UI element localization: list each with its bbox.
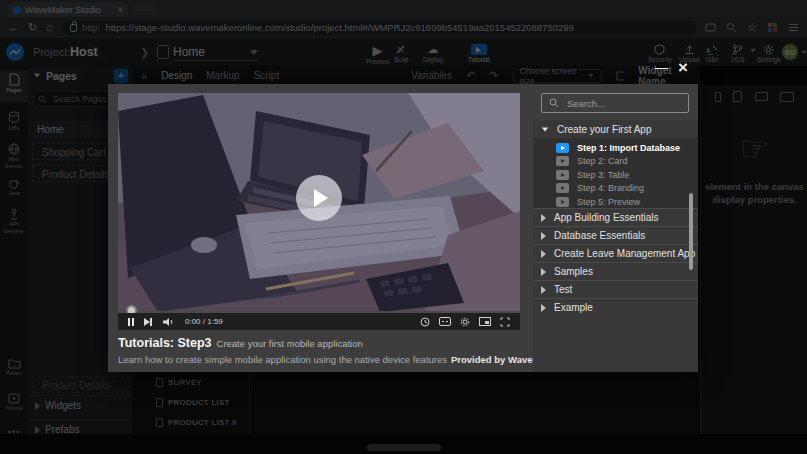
video-step-icon xyxy=(556,183,569,193)
step-label: Step 5: Preview xyxy=(577,197,640,207)
step-import-database[interactable]: Step 1: Import Database xyxy=(533,141,698,155)
video-control-bar: 0:00 / 1:59 xyxy=(118,313,520,330)
tutorial-search-input[interactable] xyxy=(565,97,675,110)
video-player: 0:00 / 1:59 xyxy=(118,93,520,330)
step-table[interactable]: Step 3: Table xyxy=(533,168,698,182)
step-card[interactable]: Step 2: Card xyxy=(533,155,698,169)
fullscreen-icon[interactable] xyxy=(500,317,510,327)
chevron-right-icon xyxy=(541,268,546,276)
video-step-icon xyxy=(556,143,569,153)
section-label: Create your First App xyxy=(557,124,651,135)
video-time: 0:00 / 1:59 xyxy=(185,317,223,326)
step-preview[interactable]: Step 5: Preview xyxy=(533,195,698,209)
captions-icon[interactable] xyxy=(439,317,451,326)
chevron-right-icon xyxy=(541,304,546,312)
miniplayer-icon[interactable] xyxy=(479,317,491,326)
section-label: App Building Essentials xyxy=(554,212,659,223)
video-right-controls xyxy=(420,317,510,327)
next-button[interactable] xyxy=(144,318,152,326)
section-label: Create Leave Management App xyxy=(554,248,695,259)
screen: WaveMaker Studio × ← ↻ ⌂ http: https://s… xyxy=(0,0,807,454)
tutorial-list: Create your First App Step 1: Import Dat… xyxy=(533,120,698,372)
section-app-building-essentials[interactable]: App Building Essentials xyxy=(533,208,698,226)
video-title: Tutorials: Step3Create your first mobile… xyxy=(118,336,363,350)
step-label: Step 1: Import Database xyxy=(577,143,680,153)
clock-icon[interactable] xyxy=(420,317,430,327)
section-database-essentials[interactable]: Database Essentials xyxy=(533,226,698,244)
video-step-icon xyxy=(556,156,569,166)
tutorial-modal: 0:00 / 1:59 Tutorials: Step3Create your … xyxy=(108,84,698,372)
video-subtitle: Create your first mobile application xyxy=(217,338,363,349)
search-icon xyxy=(549,98,559,108)
chevron-right-icon xyxy=(541,214,546,222)
chevron-right-icon xyxy=(541,250,546,258)
section-label: Database Essentials xyxy=(554,230,645,241)
video-step-icon xyxy=(556,170,569,180)
play-icon xyxy=(314,189,328,207)
chevron-right-icon xyxy=(541,232,546,240)
video-step-icon xyxy=(556,197,569,207)
chevron-right-icon xyxy=(541,286,546,294)
section-label: Test xyxy=(554,284,572,295)
step-label: Step 2: Card xyxy=(577,156,628,166)
play-button[interactable] xyxy=(296,175,342,221)
video-title-text: Tutorials: Step3 xyxy=(118,336,212,350)
video-description-text: Learn how to create simple mobile applic… xyxy=(118,354,447,365)
step-branding[interactable]: Step 4: Branding xyxy=(533,182,698,196)
section-create-leave-management-app[interactable]: Create Leave Management App xyxy=(533,244,698,262)
step-label: Step 4: Branding xyxy=(577,183,644,193)
settings-gear-icon[interactable] xyxy=(460,317,470,327)
section-test[interactable]: Test xyxy=(533,280,698,298)
chevron-down-icon xyxy=(542,127,548,131)
section-label: Example xyxy=(554,302,593,313)
video-description: Learn how to create simple mobile applic… xyxy=(118,354,560,365)
modal-minimize-button[interactable]: — xyxy=(655,60,668,75)
tutorial-steps: Step 1: Import Database Step 2: Card Ste… xyxy=(533,138,698,208)
volume-button[interactable] xyxy=(162,317,175,327)
step-label: Step 3: Table xyxy=(577,170,629,180)
section-samples[interactable]: Samples xyxy=(533,262,698,280)
section-label: Samples xyxy=(554,266,593,277)
section-create-your-first-app[interactable]: Create your First App xyxy=(533,120,698,138)
modal-close-button[interactable]: × xyxy=(678,58,688,78)
tutorial-search-box[interactable] xyxy=(541,93,689,113)
pause-button[interactable] xyxy=(128,318,134,326)
tutorial-list-scrollbar-thumb[interactable] xyxy=(689,193,693,270)
section-example[interactable]: Example xyxy=(533,298,698,316)
